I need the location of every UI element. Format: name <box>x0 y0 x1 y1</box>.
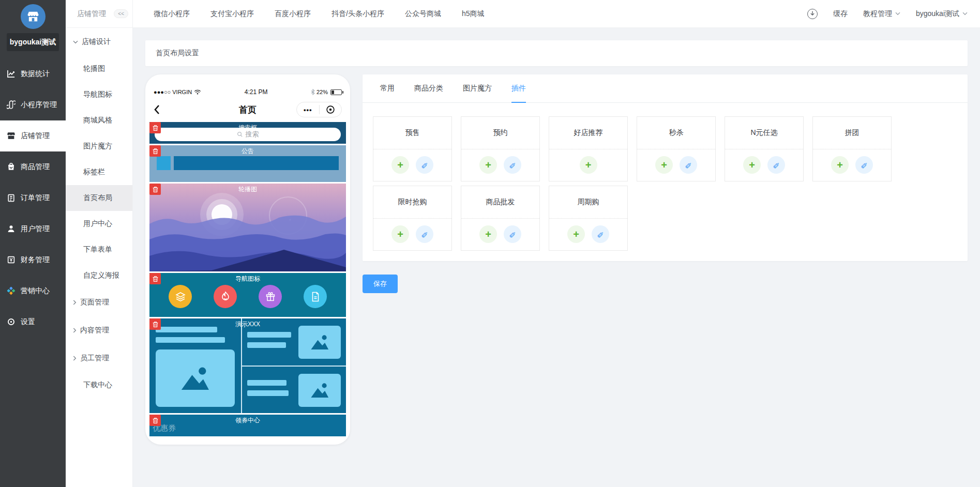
platform-tab[interactable]: h5商城 <box>462 9 485 19</box>
plugin-title: N元任选 <box>725 117 803 149</box>
delete-icon[interactable] <box>149 415 161 426</box>
platform-tab[interactable]: 百度小程序 <box>275 9 311 19</box>
delete-icon[interactable] <box>149 145 161 157</box>
submenu-item[interactable]: 自定义海报 <box>66 263 132 288</box>
download-icon[interactable] <box>807 9 818 19</box>
submenu-item[interactable]: 下单表单 <box>66 237 132 263</box>
text-placeholder <box>247 342 286 348</box>
plugin-card: 拼团 + ✎ <box>812 116 892 181</box>
cache-link[interactable]: 缓存 <box>833 9 848 19</box>
account-dropdown[interactable]: bygoukai测试 <box>916 9 968 19</box>
collapse-sidebar-button[interactable]: << <box>114 9 128 18</box>
submenu-item-label: 轮播图 <box>83 64 105 73</box>
section-search[interactable]: 搜索框 搜索 <box>149 122 346 144</box>
edit-plugin-button[interactable]: ✎ <box>680 156 697 174</box>
flame-icon[interactable] <box>214 285 237 308</box>
section-banner[interactable]: 轮播图 <box>149 184 346 271</box>
add-plugin-button[interactable]: + <box>655 156 673 174</box>
sidebar-item-settings[interactable]: 设置 <box>0 307 66 338</box>
submenu-group[interactable]: 页面管理 <box>66 288 132 316</box>
plugin-card: N元任选 + ✎ <box>725 116 804 181</box>
add-plugin-button[interactable]: + <box>580 156 597 174</box>
tutorial-dropdown[interactable]: 教程管理 <box>863 9 900 19</box>
submenu-item[interactable]: 首页布局 <box>66 185 132 211</box>
gift-icon[interactable] <box>259 285 282 308</box>
edit-plugin-button[interactable]: ✎ <box>504 225 521 243</box>
sidebar-item-shop[interactable]: 店铺管理 <box>0 120 66 151</box>
chevron-down-icon <box>73 40 78 44</box>
component-tab[interactable]: 插件 <box>511 74 526 102</box>
add-plugin-button[interactable]: + <box>567 225 585 243</box>
delete-icon[interactable] <box>149 122 161 133</box>
submenu-group-shop-design[interactable]: 店铺设计 <box>66 28 132 56</box>
plus-icon: + <box>585 160 592 170</box>
sidebar-item-label: 设置 <box>21 317 35 327</box>
add-plugin-button[interactable]: + <box>391 225 409 243</box>
marketing-icon <box>7 286 16 295</box>
edit-plugin-button[interactable]: ✎ <box>416 156 433 174</box>
section-demo[interactable]: 演示XXX <box>149 318 346 413</box>
page-content: 首页布局设置 ●●●○○ VIRGIN 4:21 PM 22% <box>133 28 980 487</box>
delete-icon[interactable] <box>149 273 161 284</box>
save-button[interactable]: 保存 <box>363 275 398 293</box>
submenu-item[interactable]: 轮播图 <box>66 56 132 82</box>
submenu-item[interactable]: 导航图标 <box>66 82 132 108</box>
sidebar-item-orders[interactable]: 订单管理 <box>0 182 66 214</box>
document-icon[interactable] <box>304 285 327 308</box>
sidebar-item-goods[interactable]: 商品管理 <box>0 151 66 182</box>
order-icon <box>7 193 16 202</box>
section-notice[interactable]: 公告 <box>149 145 346 182</box>
add-plugin-button[interactable]: + <box>743 156 761 174</box>
submenu-item[interactable]: 标签栏 <box>66 159 132 185</box>
edit-plugin-button[interactable]: ✎ <box>416 225 433 243</box>
chevron-right-icon <box>73 328 77 333</box>
platform-tab[interactable]: 支付宝小程序 <box>210 9 254 19</box>
section-label: 公告 <box>149 147 346 156</box>
section-label: 演示XXX <box>149 320 346 329</box>
plugin-title: 好店推荐 <box>549 117 627 149</box>
edit-plugin-button[interactable]: ✎ <box>855 156 873 174</box>
sidebar-item-marketing[interactable]: 营销中心 <box>0 276 66 307</box>
plugin-card: 周期购 + ✎ <box>549 186 628 251</box>
submenu-group-label: 内容管理 <box>80 326 109 335</box>
plus-icon: + <box>485 160 491 170</box>
submenu-group-label: 店铺设计 <box>82 37 111 47</box>
add-plugin-button[interactable]: + <box>479 156 497 174</box>
submenu-item[interactable]: 用户中心 <box>66 211 132 237</box>
add-plugin-button[interactable]: + <box>391 156 409 174</box>
edit-plugin-button[interactable]: ✎ <box>504 156 521 174</box>
submenu-item[interactable]: 下载中心 <box>66 372 132 398</box>
edit-plugin-button[interactable]: ✎ <box>592 225 609 243</box>
delete-icon[interactable] <box>149 184 161 195</box>
delete-icon[interactable] <box>149 318 161 330</box>
exit-target-icon[interactable] <box>320 105 342 114</box>
submenu-item[interactable]: 商城风格 <box>66 108 132 133</box>
plugin-title: 秒杀 <box>637 117 715 149</box>
component-tab[interactable]: 图片魔方 <box>463 74 492 102</box>
sidebar-item-users[interactable]: 用户管理 <box>0 214 66 245</box>
section-coupon[interactable]: 领券中心 优惠券 <box>149 415 346 436</box>
add-plugin-button[interactable]: + <box>479 225 497 243</box>
platform-tab[interactable]: 公众号商城 <box>405 9 441 19</box>
store-logo[interactable] <box>21 4 46 29</box>
sidebar-item-label: 用户管理 <box>21 224 50 234</box>
sidebar-item-data-stats[interactable]: 数据统计 <box>0 58 66 89</box>
section-nav-icons[interactable]: 导航图标 <box>149 273 346 317</box>
add-plugin-button[interactable]: + <box>831 156 849 174</box>
battery-percent-label: 22% <box>316 89 328 95</box>
submenu-group[interactable]: 内容管理 <box>66 316 132 344</box>
component-tab[interactable]: 常用 <box>380 74 395 102</box>
platform-tab[interactable]: 微信小程序 <box>154 9 190 19</box>
component-tab[interactable]: 商品分类 <box>414 74 443 102</box>
back-icon[interactable] <box>154 104 160 115</box>
app-window: bygoukai测试 数据统计 小程序管理 店铺管理 商品管理 订单管理 <box>0 0 980 487</box>
submenu-group[interactable]: 员工管理 <box>66 344 132 372</box>
more-menu-icon[interactable]: ••• <box>297 106 319 114</box>
submenu-item[interactable]: 图片魔方 <box>66 133 132 159</box>
sidebar-item-miniprogram[interactable]: 小程序管理 <box>0 89 66 120</box>
layers-icon[interactable] <box>169 285 192 308</box>
brand-name: bygoukai测试 <box>7 33 59 51</box>
edit-plugin-button[interactable]: ✎ <box>767 156 785 174</box>
platform-tab[interactable]: 抖音/头条小程序 <box>331 9 384 19</box>
sidebar-item-finance[interactable]: 财务管理 <box>0 245 66 276</box>
